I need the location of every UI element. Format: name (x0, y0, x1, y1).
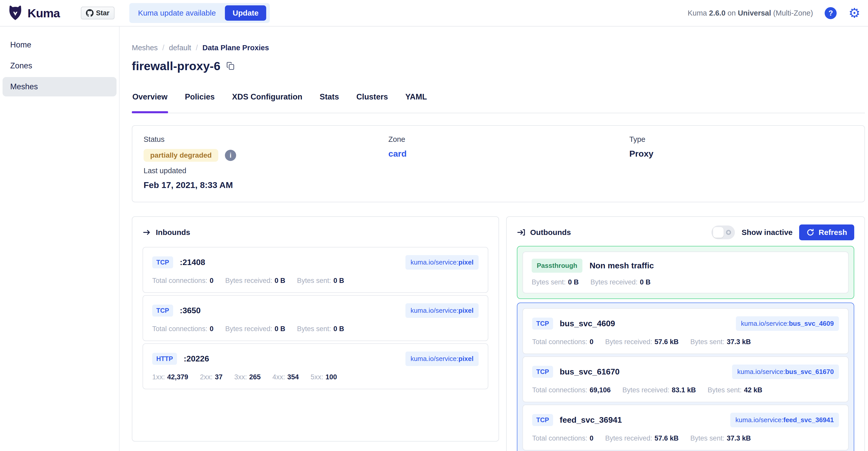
service-tag[interactable]: kuma.io/service:bus_svc_61670 (732, 364, 839, 379)
github-star-button[interactable]: Star (81, 7, 115, 20)
protocol-badge: TCP (532, 366, 553, 378)
service-tag[interactable]: kuma.io/service:pixel (405, 255, 478, 270)
sidebar-item-meshes[interactable]: Meshes (3, 77, 117, 96)
protocol-badge: TCP (532, 414, 553, 426)
outbounds-panel: Outbounds Show inactive (506, 216, 865, 451)
status-field: Status partially degraded i (144, 135, 389, 162)
sidebar-item-home[interactable]: Home (3, 35, 117, 55)
gear-icon[interactable]: ⚙ (848, 6, 860, 20)
inbound-stats: 1xx:42,379 2xx:37 3xx:265 4xx:354 5xx:10… (152, 373, 478, 381)
brand-name: Kuma (28, 6, 60, 20)
service-tag[interactable]: kuma.io/service:feed_svc_36941 (730, 413, 839, 427)
tab-stats[interactable]: Stats (319, 92, 340, 113)
inbounds-panel: Inbounds TCP :21408 kuma.io/service:pixe… (132, 216, 499, 442)
update-banner: Kuma update available Update (129, 3, 270, 23)
tab-xds-configuration[interactable]: XDS Configuration (231, 92, 303, 113)
inbounds-title: Inbounds (143, 228, 190, 237)
outbound-services-container: TCP bus_svc_4609 kuma.io/service:bus_svc… (517, 303, 854, 451)
outbounds-title: Outbounds (517, 228, 571, 237)
page-title: firewall-proxy-6 (132, 59, 220, 73)
protocol-badge: TCP (152, 257, 173, 268)
overview-summary-card: Status partially degraded i Zone card Ty… (132, 125, 865, 202)
outbound-service-name: bus_svc_61670 (560, 367, 620, 377)
passthrough-item: Passthrough Non mesh traffic Bytes sent:… (523, 251, 848, 293)
outbound-service-name: feed_svc_36941 (560, 415, 622, 425)
status-badge: partially degraded (144, 149, 218, 162)
service-tag[interactable]: kuma.io/service:bus_svc_4609 (736, 316, 839, 331)
version-info: Kuma 2.6.0 on Universal (Multi-Zone) (688, 9, 813, 17)
tab-clusters[interactable]: Clusters (356, 92, 389, 113)
show-inactive-label: Show inactive (742, 228, 793, 237)
info-icon[interactable]: i (225, 150, 236, 161)
tab-yaml[interactable]: YAML (405, 92, 427, 113)
type-label: Type (629, 135, 853, 144)
passthrough-title: Non mesh traffic (590, 261, 654, 270)
app-shell: Home Zones Meshes Meshes / default / Dat… (0, 27, 868, 451)
outbound-item: TCP bus_svc_4609 kuma.io/service:bus_svc… (523, 308, 848, 354)
refresh-icon (806, 228, 814, 237)
breadcrumb-current: Data Plane Proxies (203, 43, 269, 52)
outbound-item: TCP feed_svc_36941 kuma.io/service:feed_… (523, 404, 848, 450)
top-bar: Kuma Star Kuma update available Update K… (0, 0, 868, 27)
inbound-port: :21408 (180, 258, 205, 267)
passthrough-stats: Bytes sent:0 B Bytes received:0 B (532, 278, 839, 286)
inbound-stats: Total connections:0 Bytes received:0 B B… (152, 325, 478, 333)
show-inactive-toggle[interactable] (711, 226, 735, 239)
kuma-brand[interactable]: Kuma (7, 5, 60, 21)
zone-label: Zone (389, 135, 629, 144)
passthrough-container: Passthrough Non mesh traffic Bytes sent:… (517, 246, 854, 299)
tab-bar: Overview Policies XDS Configuration Stat… (132, 92, 865, 113)
outbound-item: TCP bus_svc_61670 kuma.io/service:bus_sv… (523, 356, 848, 402)
zone-field: Zone card (389, 135, 629, 162)
inbound-item: TCP :3650 kuma.io/service:pixel Total co… (143, 295, 488, 341)
update-available-link[interactable]: Kuma update available (138, 9, 216, 17)
toggle-off-ring-icon (726, 230, 731, 235)
type-field: Type Proxy (629, 135, 853, 162)
protocol-badge: HTTP (152, 353, 177, 365)
breadcrumb-separator: / (196, 43, 198, 52)
top-right-cluster: Kuma 2.6.0 on Universal (Multi-Zone) ? ⚙ (688, 6, 860, 20)
type-value: Proxy (629, 149, 853, 159)
inbound-stats: Total connections:0 Bytes received:0 B B… (152, 277, 478, 285)
breadcrumb-default[interactable]: default (169, 43, 191, 52)
last-updated-label: Last updated (144, 166, 389, 175)
tab-policies[interactable]: Policies (184, 92, 215, 113)
traffic-panels: Inbounds TCP :21408 kuma.io/service:pixe… (132, 216, 865, 451)
outbound-service-name: bus_svc_4609 (560, 319, 615, 328)
sidebar: Home Zones Meshes (0, 27, 120, 451)
copy-icon[interactable] (226, 61, 235, 70)
passthrough-badge: Passthrough (532, 259, 582, 273)
last-updated-value: Feb 17, 2021, 8:33 AM (144, 180, 389, 190)
main-content: Meshes / default / Data Plane Proxies fi… (120, 27, 868, 451)
sidebar-item-zones[interactable]: Zones (3, 56, 117, 76)
outbound-stats: Total connections:0 Bytes received:57.6 … (532, 338, 839, 346)
help-icon[interactable]: ? (825, 7, 837, 19)
service-tag[interactable]: kuma.io/service:pixel (405, 352, 478, 366)
breadcrumb: Meshes / default / Data Plane Proxies (132, 43, 865, 52)
last-updated-field: Last updated Feb 17, 2021, 8:33 AM (144, 166, 389, 190)
toggle-knob (713, 227, 724, 238)
github-icon (86, 9, 94, 17)
inbound-item: HTTP :20226 kuma.io/service:pixel 1xx:42… (143, 343, 488, 389)
inbound-item: TCP :21408 kuma.io/service:pixel Total c… (143, 247, 488, 293)
status-label: Status (144, 135, 389, 144)
title-row: firewall-proxy-6 (132, 58, 865, 73)
protocol-badge: TCP (532, 318, 553, 330)
inbound-arrow-icon (143, 228, 151, 237)
refresh-button[interactable]: Refresh (799, 224, 854, 240)
breadcrumb-meshes[interactable]: Meshes (132, 43, 158, 52)
kuma-logo-icon (7, 5, 24, 21)
outbound-arrow-icon (517, 228, 526, 237)
service-tag[interactable]: kuma.io/service:pixel (405, 303, 478, 318)
outbound-stats: Total connections:69,106 Bytes received:… (532, 386, 839, 394)
tab-overview[interactable]: Overview (132, 92, 168, 113)
github-star-label: Star (96, 9, 110, 17)
outbound-stats: Total connections:0 Bytes received:57.6 … (532, 434, 839, 442)
update-button[interactable]: Update (225, 5, 266, 21)
breadcrumb-separator: / (162, 43, 164, 52)
protocol-badge: TCP (152, 305, 173, 317)
zone-link[interactable]: card (389, 149, 629, 159)
inbound-port: :3650 (180, 306, 201, 315)
inbound-port: :20226 (184, 354, 209, 363)
